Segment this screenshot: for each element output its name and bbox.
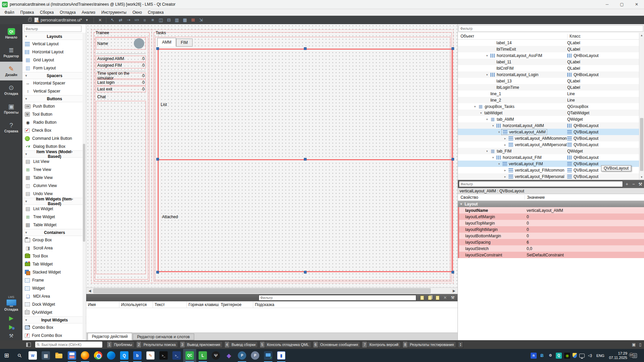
object-tree-row[interactable]: label_14 QLabel bbox=[458, 40, 644, 46]
property-row[interactable]: layoutStretch 0,0 bbox=[458, 245, 644, 252]
taskbar-app-lms-app[interactable]: L bbox=[196, 349, 209, 362]
notification-center[interactable]: 14 bbox=[631, 353, 638, 358]
layout-vertical-icon[interactable]: ≡ bbox=[149, 17, 156, 23]
inspector-scrollbar[interactable]: ▲ ▼ bbox=[639, 33, 644, 180]
widgetbox-item-frame[interactable]: Frame bbox=[22, 276, 86, 284]
taskbar-app-pgadmin[interactable]: P bbox=[249, 349, 262, 362]
splitter-horizontal-icon[interactable]: ◫ bbox=[157, 17, 164, 23]
widgetbox-filter-input[interactable] bbox=[24, 25, 82, 32]
tray-steam-icon[interactable]: ⚙ bbox=[547, 353, 553, 359]
widgetbox-item-scroll-area[interactable]: Scroll Area bbox=[22, 244, 86, 252]
widgetbox-item-push-button[interactable]: Push Button bbox=[22, 102, 86, 110]
widgetbox-category[interactable]: ▼ Spacers bbox=[22, 72, 86, 79]
expander-icon[interactable]: ▾ bbox=[485, 149, 489, 153]
mode-Отладка[interactable]: ⊙ Отладка bbox=[0, 80, 22, 99]
action-column-header[interactable]: Горячая клавиш bbox=[187, 301, 219, 308]
selection-handle[interactable] bbox=[304, 47, 307, 50]
minimize-button[interactable]: ─ bbox=[600, 0, 614, 9]
taskbar-app-wps-office[interactable]: W bbox=[26, 349, 39, 362]
output-pane-8[interactable]: 8 Результаты тестирования bbox=[402, 341, 456, 348]
taskbar-clock[interactable]: 17:2907.11.2025 bbox=[608, 351, 629, 360]
selected-layout-amm-common[interactable] bbox=[158, 49, 453, 160]
sidebar-toggle-icon[interactable] bbox=[26, 343, 31, 347]
widgetbox-item-check-box[interactable]: Check Box bbox=[22, 126, 86, 134]
menu-item[interactable]: Окно bbox=[129, 10, 145, 15]
object-tree-row[interactable]: ▾ tab_AMM QWidget bbox=[458, 116, 644, 122]
widgetbox-item-stacked-widget[interactable]: Stacked Widget bbox=[22, 268, 86, 276]
widgetbox-item-table-view[interactable]: Table View bbox=[22, 174, 86, 182]
maximize-button[interactable]: ▢ bbox=[614, 0, 629, 9]
widgetbox-item-horizontal-spacer[interactable]: Horizontal Spacer bbox=[22, 79, 86, 87]
form-field-row[interactable]: Assigned AMM 0 bbox=[96, 56, 146, 62]
adjust-size-icon[interactable]: ⇲ bbox=[197, 17, 205, 23]
expander-icon[interactable]: ▸ bbox=[503, 169, 507, 172]
new-action-icon[interactable] bbox=[419, 295, 425, 301]
debug-button[interactable]: ▶ bbox=[9, 324, 13, 330]
object-tree-row[interactable]: ▸ verticalLayout_AMMcommon QVBoxLayout bbox=[458, 135, 644, 141]
taskbar-app-remote-desktop[interactable] bbox=[262, 349, 275, 362]
expander-icon[interactable]: ▾ bbox=[479, 111, 483, 115]
expander-icon[interactable]: ▾ bbox=[473, 105, 477, 108]
object-tree-row[interactable]: lblLoginTime QLabel bbox=[458, 84, 644, 90]
widgetbox-item-tree-view[interactable]: Tree View bbox=[22, 166, 86, 174]
widgetbox-item-list-widget[interactable]: List Widget bbox=[22, 205, 86, 213]
menu-item[interactable]: Справка bbox=[145, 10, 167, 15]
mode-Начало[interactable]: Qt Начало bbox=[0, 24, 22, 43]
property-value[interactable]: 0 bbox=[525, 226, 644, 233]
widgetbox-item-radio-button[interactable]: Radio Button bbox=[22, 118, 86, 126]
form-field-row[interactable]: Last login 0 bbox=[96, 79, 146, 85]
object-tree-row[interactable]: line_2 Line bbox=[458, 97, 644, 103]
output-pane-7[interactable]: 7 Контроль версий bbox=[362, 341, 401, 348]
progress-icon[interactable]: ▣ bbox=[632, 342, 636, 347]
action-column-header[interactable]: Используется bbox=[119, 301, 153, 308]
expander-icon[interactable]: ▾ bbox=[497, 162, 501, 166]
break-layout-icon[interactable]: ⊠ bbox=[189, 17, 197, 23]
taskbar-app-mail-app[interactable]: b bbox=[131, 349, 144, 362]
selection-handle[interactable] bbox=[451, 271, 454, 274]
expander-icon[interactable]: ▸ bbox=[503, 137, 507, 140]
build-button[interactable]: ⚒ bbox=[9, 333, 13, 339]
widgetbox-item-tree-widget[interactable]: Tree Widget bbox=[22, 213, 86, 221]
widgetbox-item-vertical-layout[interactable]: Vertical Layout bbox=[22, 40, 86, 48]
tray-defender-icon[interactable] bbox=[573, 353, 577, 358]
property-value[interactable]: verticalLayout_AMM bbox=[525, 207, 644, 214]
splitter-vertical-icon[interactable]: ⊟ bbox=[165, 17, 172, 23]
widgetbox-category[interactable]: ▼ Buttons bbox=[22, 95, 86, 102]
object-tree-row[interactable]: ▸ verticalLayout_FIMpersonal QVBoxLayout bbox=[458, 173, 644, 180]
widgetbox-item-table-widget[interactable]: Table Widget bbox=[22, 221, 86, 229]
widgetbox-item-group-box[interactable]: Group Box bbox=[22, 236, 86, 244]
form-field-row[interactable]: Time spent on the simulator 0 bbox=[96, 73, 146, 79]
output-pane-4[interactable]: 4 Вывод сборки bbox=[224, 341, 258, 348]
pane-spinner[interactable]: ▲▼ bbox=[458, 341, 463, 348]
widgetbox-item-grid-layout[interactable]: Grid Layout bbox=[22, 56, 86, 64]
configure-icon[interactable]: ⚒ bbox=[638, 182, 643, 187]
taskbar-app-postgresql[interactable]: P bbox=[235, 349, 249, 362]
mode-Редактор[interactable]: ≣ Редактор bbox=[0, 43, 22, 62]
object-tree-row[interactable]: ▾ horizontalLayout_FIM QHBoxLayout bbox=[458, 154, 644, 161]
taskbar-app-chrome[interactable] bbox=[92, 349, 105, 362]
action-table-body[interactable] bbox=[86, 308, 458, 333]
selection-handle[interactable] bbox=[156, 271, 159, 274]
scroll-up-icon[interactable]: ▲ bbox=[639, 33, 644, 38]
taskbar-app-edge[interactable] bbox=[105, 349, 118, 362]
chat-box[interactable] bbox=[96, 101, 146, 274]
widgetbox-item-widget[interactable]: Widget bbox=[22, 284, 86, 292]
layout-horizontal-icon[interactable]: ||| bbox=[141, 17, 148, 23]
expander-icon[interactable]: ▾ bbox=[485, 118, 489, 121]
property-value[interactable]: 0 bbox=[525, 220, 644, 226]
widgetbox-item-vertical-spacer[interactable]: Vertical Spacer bbox=[22, 87, 86, 95]
taskbar-app-start[interactable]: ⊞ bbox=[0, 349, 13, 362]
right-sidebar-toggle-icon[interactable]: ▯ bbox=[639, 342, 641, 347]
action-column-header[interactable]: Триггерное bbox=[219, 301, 253, 308]
paste-action-icon[interactable] bbox=[434, 295, 441, 301]
locator-search[interactable]: ⚲ bbox=[35, 342, 102, 348]
layout-grid-icon[interactable]: ▦ bbox=[181, 17, 189, 23]
form-field-row[interactable]: Assigned FIM 0 bbox=[96, 62, 146, 68]
widgetbox-category[interactable]: ▼ Input Widgets bbox=[22, 316, 86, 323]
mode-Дизайн[interactable]: ✎ Дизайн bbox=[0, 62, 22, 80]
taskbar-app-firefox[interactable] bbox=[78, 349, 92, 362]
taskbar-app-file-explorer[interactable] bbox=[52, 349, 65, 362]
widgetbox-item-tab-widget[interactable]: Tab Widget bbox=[22, 260, 86, 268]
canvas-horizontal-scrollbar[interactable]: ◀ ▶ bbox=[86, 287, 458, 294]
object-tree-row[interactable]: ▸ verticalLayout_AMMpersonal QVBoxLayout bbox=[458, 141, 644, 148]
